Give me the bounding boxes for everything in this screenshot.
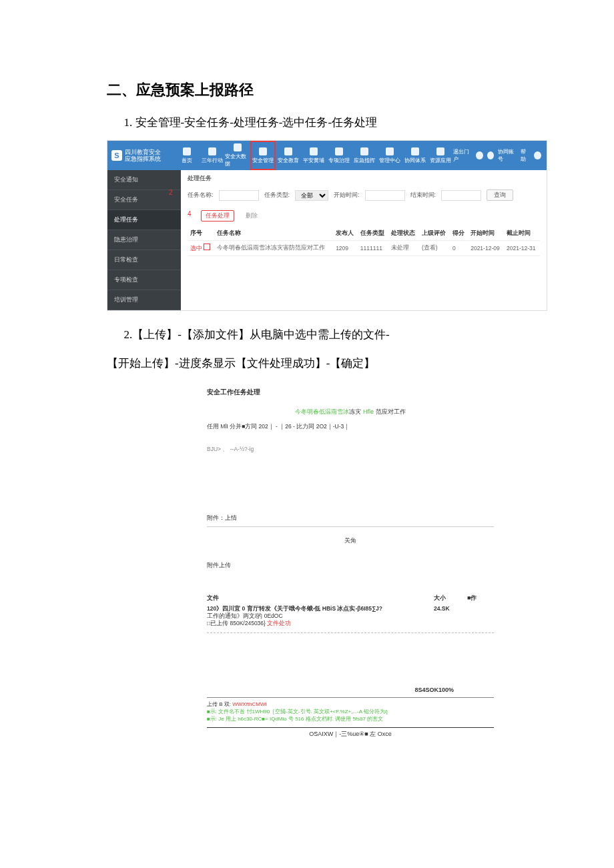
- coop-account[interactable]: 协同账号: [498, 148, 517, 163]
- divider: [207, 526, 494, 527]
- sidebar-item-notice[interactable]: 安全通知: [107, 170, 181, 190]
- nav-pinan[interactable]: 平安黄埔: [301, 141, 326, 170]
- dialog-meta: 任用 MlI 分并■方同 202｜ - ｜26 - 比力同 2O2｜-U-3｜: [207, 423, 494, 431]
- thin-divider: [207, 632, 494, 633]
- nav-resource[interactable]: 资源应用: [428, 141, 453, 170]
- breadcrumb: 处理任务: [188, 174, 540, 183]
- cell-start: 2021-12-09: [468, 241, 504, 256]
- step1-text: 1. 安全管理-安全任务-处理任务-选中任务-任务处理: [107, 112, 507, 133]
- nav-icons: 首页 三年行动 安全大数据 安全管理 安全教育 平安黄埔 专项治理 应急指挥 管…: [174, 141, 453, 170]
- delete-button[interactable]: 删除: [241, 210, 262, 222]
- brand-line1: 四川教育安全: [125, 149, 161, 156]
- tree-icon: [310, 147, 318, 155]
- attach-label: 附件：上情: [207, 514, 494, 522]
- main-panel: 处理任务 任务名称: 任务类型: 全部 开始时间: 结束时间: 查询 4 任务处…: [181, 170, 547, 310]
- brand-logo-icon: S: [111, 150, 122, 161]
- nav-special[interactable]: 专项治理: [326, 141, 352, 170]
- dialog-footer: OSAIXW｜-三%ue④■ 左 Oxce: [207, 727, 494, 739]
- nav-home[interactable]: 首页: [174, 141, 200, 170]
- file-size: 24.SK: [434, 605, 467, 620]
- th-op: ■作: [467, 594, 494, 602]
- query-button[interactable]: 查询: [487, 189, 513, 201]
- link-icon: [411, 147, 419, 155]
- th-name: 任务名称: [214, 227, 333, 241]
- nav-safety-mgmt[interactable]: 安全管理: [250, 141, 276, 170]
- screenshot-app: S 四川教育安全 应急指挥系统 首页 三年行动 安全大数据 安全管理 安全教育 …: [107, 140, 547, 311]
- start-time-input[interactable]: [365, 190, 405, 201]
- nav-emergency[interactable]: 应急指挥: [352, 141, 377, 170]
- cell-score: 0: [450, 241, 468, 256]
- annotation-select: 选中: [190, 245, 202, 252]
- label-start-time: 开始时间:: [334, 191, 360, 199]
- end-time-input[interactable]: [441, 190, 481, 201]
- divider-2: [207, 697, 494, 698]
- dialog-title: 安全工作任务处理: [207, 388, 494, 397]
- cell-type: 1111111: [358, 241, 388, 256]
- shield-icon: [259, 147, 267, 155]
- th-seq: 序号: [188, 227, 214, 241]
- th-pub: 发布人: [333, 227, 358, 241]
- row-checkbox[interactable]: [204, 244, 210, 250]
- cell-status: 未处理: [388, 241, 419, 256]
- annotation-2: 2: [169, 189, 173, 196]
- ops-row: 4 任务处理 删除: [188, 210, 540, 222]
- gear-icon: [335, 147, 343, 155]
- todo-icon[interactable]: [487, 151, 495, 159]
- task-type-select[interactable]: 全部: [295, 190, 328, 201]
- nav-bigdata[interactable]: 安全大数据: [225, 141, 250, 170]
- label-task-name: 任务名称:: [188, 191, 214, 199]
- nav-coop[interactable]: 协同体系: [402, 141, 428, 170]
- book-icon: [284, 147, 292, 155]
- support-icon[interactable]: [534, 151, 541, 159]
- brand-line2: 应急指挥系统: [125, 155, 161, 163]
- nav-three-year[interactable]: 三年行动: [200, 141, 225, 170]
- sidebar-item-daily[interactable]: 日常检查: [107, 250, 181, 270]
- step2b-text: 【开始上传】-进度条显示【文件处理成功】-【确定】: [107, 353, 507, 374]
- filter-row: 任务名称: 任务类型: 全部 开始时间: 结束时间: 查询: [188, 189, 540, 201]
- th-status: 处理状态: [388, 227, 419, 241]
- exit-portal[interactable]: 退出门户: [453, 148, 472, 163]
- th-size: 大小: [434, 594, 467, 602]
- th-score: 得分: [450, 227, 468, 241]
- sidebar-item-special[interactable]: 专项检查: [107, 270, 181, 290]
- th-end: 截止时间: [504, 227, 540, 241]
- progress-pct: 8S4SOK100%: [207, 687, 494, 693]
- sidebar-item-handle[interactable]: 处理任务: [107, 210, 181, 230]
- close-text[interactable]: 关角: [207, 536, 494, 545]
- dialog-subtitle: 今冬明春低温雨雪冰冻灾 Hfle 范应对工作: [207, 408, 494, 416]
- th-file: 文件: [207, 594, 434, 602]
- cog-icon: [386, 147, 394, 155]
- cloud-icon: [234, 143, 242, 151]
- cell-end: 2021-12-31: [504, 241, 540, 256]
- task-name-input[interactable]: [219, 190, 259, 201]
- brand: S 四川教育安全 应急指挥系统: [107, 141, 174, 170]
- sidebar-item-hazard[interactable]: 隐患治理: [107, 230, 181, 250]
- th-eval: 上级评价: [419, 227, 450, 241]
- sidebar-item-train[interactable]: 培训管理: [107, 290, 181, 310]
- cell-name[interactable]: 今冬明春低温雨雪冰冻灾害防范应对工作: [214, 241, 333, 256]
- file-status: 文件处功: [267, 620, 291, 626]
- upload-hints: 上传 B 双: WWXfthCMWI ■示: 文件名不首 忖1WH90［空捅-英…: [207, 701, 494, 723]
- th-type: 任务类型: [358, 227, 388, 241]
- cell-eval[interactable]: (查看): [419, 241, 450, 256]
- top-bar: S 四川教育安全 应急指挥系统 首页 三年行动 安全大数据 安全管理 安全教育 …: [107, 141, 547, 170]
- sidebar: 安全通知 安全任务 处理任务 隐患治理 日常检查 专项检查 培训管理 2: [107, 170, 181, 310]
- file-row: 120》四川宜 0 育厅转发《关于哦今冬蛾-低 HBiS 冰点实-β6I85∑J…: [207, 605, 494, 627]
- nav-mgmt-center[interactable]: 管理中心: [377, 141, 402, 170]
- upload-dialog: 安全工作任务处理 今冬明春低温雨雪冰冻灾 Hfle 范应对工作 任用 MlI 分…: [207, 388, 494, 739]
- upload-label: 附件上传: [207, 561, 494, 570]
- right-nav: 退出门户 协同账号 帮助: [453, 141, 547, 170]
- msg-icon[interactable]: [476, 151, 483, 159]
- help-link[interactable]: 帮助: [521, 148, 530, 163]
- heading-section: 二、应急预案上报路径: [107, 80, 507, 100]
- nav-safety-edu[interactable]: 安全教育: [276, 141, 301, 170]
- file-table-head: 文件 大小 ■作: [207, 594, 494, 602]
- cell-pub: 1209: [333, 241, 358, 256]
- task-table: 序号 任务名称 发布人 任务类型 处理状态 上级评价 得分 开始时间 截止时间 …: [188, 227, 540, 256]
- doc-icon: [208, 147, 216, 155]
- handle-task-button[interactable]: 任务处理: [201, 210, 234, 222]
- editor-toolbar[interactable]: BJU> 、 --A-½?-ig: [207, 446, 494, 454]
- step2a-text: 2.【上传】-【添加文件】从电脑中选中需上传的文件-: [107, 324, 507, 346]
- table-row[interactable]: 选中 今冬明春低温雨雪冰冻灾害防范应对工作 1209 1111111 未处理 (…: [188, 241, 540, 256]
- grid-icon: [436, 147, 444, 155]
